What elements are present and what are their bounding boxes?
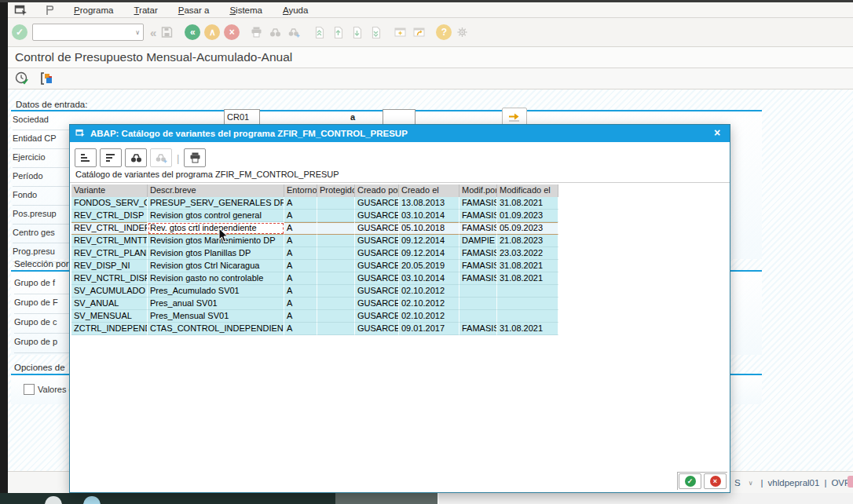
cell-protegido [317, 285, 355, 298]
variant-row[interactable]: REV_CTRL_DISP Revision gtos control gene… [71, 210, 558, 222]
dialog-titlebar-icon [75, 129, 86, 139]
cell-creado-el: 09.01.2017 [399, 323, 459, 335]
variant-catalog-dialog: ABAP: Catálogo de variantes del programa… [69, 124, 730, 493]
menu-item[interactable]: Sistema [225, 4, 267, 16]
execute-with-time-icon[interactable] [13, 71, 31, 86]
column-header[interactable]: Modificado el [497, 184, 558, 197]
status-system[interactable]: S [734, 478, 741, 488]
sort-descending-icon[interactable] [100, 148, 122, 167]
cell-modif-por: FAMASIS [459, 272, 497, 285]
exit-icon[interactable]: ∧ [204, 24, 220, 40]
cell-modificado-el: 31.08.2021 [497, 197, 558, 210]
column-header[interactable]: Entorno [284, 184, 317, 197]
menu-item[interactable]: Tratar [130, 4, 163, 16]
standard-toolbar: ✓ ∨ « « ∧ × [8, 18, 853, 47]
variant-row[interactable]: REV_CTRL_PLANI Revision gtos Planillas D… [71, 247, 558, 260]
variant-row[interactable]: SV_MENSUAL Pres_Mensual SV01 A GUSARCE 0… [71, 310, 558, 323]
dialog-cancel-button[interactable]: × [704, 473, 727, 489]
first-page-icon[interactable] [310, 24, 328, 40]
cell-modificado-el: 31.08.2021 [497, 260, 558, 272]
cell-modificado-el: 23.03.2022 [497, 247, 558, 260]
cell-creado-por: GUSARCE [355, 285, 399, 298]
sociedad-field[interactable] [224, 109, 260, 125]
sociedad-to-field[interactable] [383, 109, 416, 125]
back-icon[interactable]: « [185, 24, 200, 40]
cell-protegido [317, 247, 355, 260]
print-icon[interactable] [247, 24, 265, 40]
variant-row[interactable]: REV_CTRL_INDEP Rev. gtos crtl independie… [71, 222, 558, 235]
cell-creado-el: 13.08.2013 [399, 197, 459, 210]
dialog-caption: Catálogo de variantes del programa ZFIR_… [70, 170, 730, 183]
valores-checkbox[interactable] [24, 384, 35, 395]
column-header[interactable]: Protegido [317, 184, 355, 197]
section-datos-title: Datos de entrada: [16, 100, 87, 109]
valores-checkbox-label: Valores e [38, 385, 74, 394]
last-page-icon[interactable] [367, 24, 384, 40]
variant-row[interactable]: ZCTRL_INDEPEND CTAS_CONTROL_INDEPENDIENT… [71, 323, 558, 335]
dialog-confirm-button[interactable]: ✓ [679, 473, 701, 489]
dialog-close-icon[interactable]: × [711, 126, 723, 139]
sort-ascending-icon[interactable] [75, 148, 97, 167]
dialog-titlebar[interactable]: ABAP: Catálogo de variantes del programa… [70, 125, 730, 142]
variant-row[interactable]: SV_ANUAL Pres_anual SV01 A GUSARCE 02.10… [71, 298, 558, 310]
page-down-icon[interactable] [348, 24, 365, 40]
taskbar-app-icon[interactable] [45, 496, 62, 504]
create-shortcut-icon[interactable] [411, 24, 428, 40]
variant-row[interactable]: REV_DISP_NI Revision gtos Ctrl Nicaragua… [71, 260, 558, 272]
cell-variante: SV_ANUAL [71, 298, 148, 310]
column-header[interactable]: Creado por [355, 184, 399, 197]
page-up-icon[interactable] [329, 24, 346, 40]
cell-protegido [317, 272, 355, 285]
cell-descripcion: PRESUP_SERV_GENERALES DP [148, 197, 284, 210]
customize-icon[interactable] [453, 24, 470, 40]
variant-table-header: VarianteDescr.breveEntornoProtegidoCread… [71, 184, 558, 197]
menu-item[interactable]: Programa [69, 4, 119, 16]
help-icon[interactable]: ? [436, 24, 452, 40]
cell-protegido [317, 310, 355, 323]
cell-descripcion: Revision gtos control general [148, 210, 284, 222]
save-icon[interactable] [158, 24, 175, 40]
range-to-label: a [350, 112, 355, 122]
dialog-find-icon[interactable] [125, 148, 147, 167]
menu-item[interactable]: Ayuda [278, 4, 313, 16]
page-title: Control de Presupuesto Mensual-Acumulado… [15, 50, 292, 64]
column-header[interactable]: Descr.breve [148, 184, 284, 197]
cell-creado-el: 20.05.2019 [399, 260, 459, 272]
menu-item[interactable]: Pasar a [174, 4, 214, 16]
dialog-footer: ✓ × [677, 472, 727, 490]
column-header[interactable]: Variante [71, 184, 148, 197]
column-header[interactable]: Modif.por [459, 184, 497, 197]
cell-descripcion: Revision gtos Ctrl Nicaragua [148, 260, 284, 272]
cell-descripcion: Revision gtos Planillas DP [148, 247, 284, 260]
enter-icon[interactable]: ✓ [12, 24, 27, 40]
cell-modif-por: FAMASIS [459, 323, 497, 335]
variant-row[interactable]: SV_ACUMULADO Pres_Acumulado SV01 A GUSAR… [71, 285, 558, 298]
cell-modificado-el: 01.09.2023 [497, 210, 558, 222]
find-next-icon[interactable] [285, 24, 302, 40]
cell-modif-por: DAMPIE [459, 235, 497, 247]
status-separator: | [761, 478, 763, 488]
cancel-icon[interactable]: × [224, 24, 240, 40]
cell-entorno: A [284, 285, 317, 298]
session-menu-icon[interactable] [13, 2, 30, 18]
taskbar-app-icon[interactable] [83, 496, 101, 504]
cell-entorno: A [284, 260, 317, 272]
cell-entorno: A [284, 247, 317, 260]
new-session-icon[interactable] [392, 24, 409, 40]
variant-row[interactable]: FONDOS_SERV_GE PRESUP_SERV_GENERALES DP … [71, 197, 558, 210]
command-field[interactable] [33, 25, 132, 39]
cell-variante: REV_CTRL_MNTTO [71, 235, 148, 247]
status-dropdown-icon[interactable]: ∨ [745, 480, 756, 487]
variant-row[interactable]: REV_CTRL_MNTTO Revision gtos Mantenimien… [71, 235, 558, 247]
dialog-print-icon[interactable] [184, 148, 206, 167]
variant-row[interactable]: REV_NCTRL_DISP Revision gasto no control… [71, 272, 558, 285]
column-header[interactable]: Creado el [399, 184, 459, 197]
cell-creado-por: GUSARCE [355, 222, 399, 235]
cell-modificado-el: 31.08.2021 [497, 323, 558, 335]
taskbar-gray-segment [335, 493, 439, 504]
get-variant-icon[interactable] [38, 71, 55, 86]
cell-modif-por: FAMASIS [459, 197, 497, 210]
find-icon[interactable] [266, 24, 284, 40]
hide-command-field-icon[interactable]: « [150, 26, 156, 39]
command-dropdown-icon[interactable]: ∨ [132, 29, 143, 36]
